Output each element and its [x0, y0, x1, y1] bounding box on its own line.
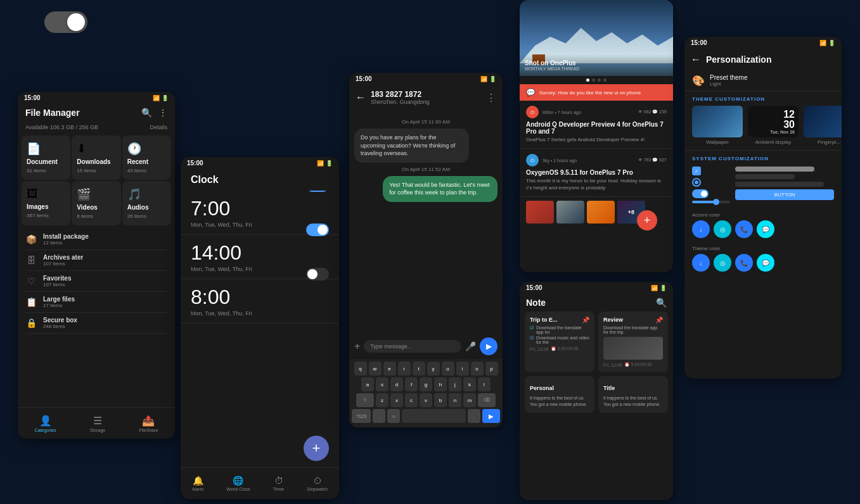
dot-1[interactable]: [586, 79, 589, 82]
grid-item-images[interactable]: 🖼 Images 367 items: [22, 181, 70, 225]
wallpaper-option[interactable]: Wallpaper: [692, 106, 743, 145]
nav-storage[interactable]: ☰ Storage: [90, 415, 106, 432]
key-comma[interactable]: ,: [373, 409, 385, 423]
dot-2[interactable]: [592, 79, 595, 82]
key-h[interactable]: h: [434, 377, 447, 391]
alarm-toggle-3[interactable]: [306, 268, 329, 280]
key-t[interactable]: t: [413, 362, 425, 375]
key-j[interactable]: j: [449, 377, 461, 391]
grid-item-document[interactable]: 📄 Document 31 items: [22, 135, 70, 180]
grid-item-audios[interactable]: 🎵 Audios 26 items: [122, 181, 171, 225]
key-a[interactable]: a: [361, 377, 374, 391]
nav-worldclock[interactable]: 🌐 World Clock: [226, 476, 250, 491]
accent-color-teal[interactable]: 💬: [757, 220, 774, 238]
nav-categories[interactable]: 👤 Categories: [35, 415, 56, 432]
forum-post-2[interactable]: O 3ky • 1 hours ago 👁 763 💬 927 OxygenOS…: [520, 149, 673, 197]
accent-color-blue[interactable]: ↓: [692, 220, 710, 238]
key-w[interactable]: w: [369, 362, 382, 375]
list-item-archives[interactable]: 🗄 Archives ater 107 items: [25, 250, 167, 271]
key-c[interactable]: c: [405, 393, 418, 407]
nav-stopwatch[interactable]: ⏲ Stopwatch: [307, 476, 328, 491]
theme-color-3[interactable]: 📞: [735, 254, 753, 272]
nav-timer[interactable]: ⏱ Timer: [273, 476, 285, 491]
key-backspace[interactable]: ⌫: [478, 393, 496, 407]
keyboard[interactable]: q w e r t y u i o p a s d f g h j k l: [349, 359, 503, 427]
key-shift[interactable]: ⇧: [356, 393, 374, 407]
key-d[interactable]: d: [390, 377, 403, 391]
key-numbers[interactable]: ?123: [352, 409, 371, 423]
accent-color-cyan[interactable]: ◎: [714, 220, 731, 238]
notes-search-icon[interactable]: 🔍: [656, 298, 667, 308]
send-button[interactable]: ▶: [480, 337, 497, 355]
grid-item-downloads[interactable]: ⬇ Downloads 15 items: [72, 135, 120, 180]
radio-icon[interactable]: [692, 178, 701, 187]
key-o[interactable]: o: [471, 362, 484, 375]
forum-fab[interactable]: +: [637, 210, 657, 230]
key-m[interactable]: m: [463, 393, 476, 407]
list-item-largefiles[interactable]: 📋 Large files 17 items: [25, 292, 167, 313]
alarm-item-3[interactable]: 8:00 Mon, Tue, Wed, Thu, Fri: [181, 279, 339, 324]
key-u[interactable]: u: [442, 362, 454, 375]
key-n[interactable]: n: [449, 393, 461, 407]
survey-bar[interactable]: 💬 Survey: How do you like the new ui on …: [520, 84, 673, 101]
list-item-favorites[interactable]: ♡ Favorites 107 items: [25, 271, 167, 292]
key-p[interactable]: p: [485, 362, 498, 375]
theme-color-1[interactable]: ↓: [692, 254, 710, 272]
pers-back-button[interactable]: ←: [691, 54, 701, 65]
slider-control[interactable]: [692, 201, 730, 203]
search-icon[interactable]: 🔍: [141, 108, 152, 118]
key-period[interactable]: .: [468, 409, 480, 423]
key-v[interactable]: v: [420, 393, 432, 407]
grid-item-recent[interactable]: 🕐 Recent 43 items: [122, 135, 171, 180]
thumb-3[interactable]: [587, 201, 615, 224]
forum-post-1[interactable]: O 800m • 7 hours ago 👁 662 💬 239 Android…: [520, 101, 673, 149]
dot-4[interactable]: [603, 79, 606, 82]
list-item-securebox[interactable]: 🔒 Secure box 248 items: [25, 313, 167, 334]
alarm-toggle-2[interactable]: [306, 224, 329, 236]
dark-mode-toggle[interactable]: [44, 11, 87, 33]
note-card-personal[interactable]: Personal It happens to the best of us. Y…: [525, 376, 594, 413]
add-alarm-fab[interactable]: +: [304, 436, 329, 461]
note-card-title-item[interactable]: Title It happens to the best of us. You …: [598, 376, 668, 413]
grid-item-videos[interactable]: 🎬 Videos 8 items: [72, 181, 120, 225]
checkbox-icon[interactable]: ✓: [692, 167, 701, 175]
note-card-trip[interactable]: Trip to E... 📌 ☑ Download the translate …: [525, 312, 594, 372]
thumb-2[interactable]: [556, 201, 584, 224]
toolbar-icons[interactable]: 🔍 ⋮: [141, 108, 167, 118]
ambient-option[interactable]: 12 30 Tue, Nov 28 Ambient display: [748, 106, 799, 145]
back-button[interactable]: ←: [356, 92, 366, 103]
key-b[interactable]: b: [434, 393, 447, 407]
key-g[interactable]: g: [420, 377, 432, 391]
key-s[interactable]: s: [376, 377, 388, 391]
key-i[interactable]: i: [456, 362, 469, 375]
theme-color-2[interactable]: ◎: [714, 254, 731, 272]
dot-3[interactable]: [598, 79, 601, 82]
key-emoji[interactable]: ☺: [387, 409, 400, 423]
key-z[interactable]: z: [376, 393, 388, 407]
preset-theme-row[interactable]: 🎨 Preset theme Light: [684, 70, 842, 91]
kb-send-button[interactable]: ▶: [482, 409, 500, 423]
details-link[interactable]: Details: [150, 124, 167, 130]
key-y[interactable]: y: [427, 362, 440, 375]
key-q[interactable]: q: [354, 362, 367, 375]
fingerprint-option[interactable]: Fingerpr...: [804, 106, 842, 145]
more-icon[interactable]: ⋮: [158, 108, 167, 118]
note-card-review[interactable]: Review 📌 Download the translate app for …: [598, 312, 668, 372]
key-f[interactable]: f: [405, 377, 418, 391]
key-r[interactable]: r: [398, 362, 411, 375]
theme-color-4[interactable]: 💬: [757, 254, 774, 272]
thumb-1[interactable]: [526, 201, 554, 224]
key-l[interactable]: l: [478, 377, 491, 391]
nav-alarm[interactable]: 🔔 Alarm: [192, 476, 203, 491]
toggle-sm-icon[interactable]: [692, 189, 709, 198]
nav-fileshare[interactable]: 📤 FileShare: [139, 415, 158, 432]
alarm-toggle-1[interactable]: [306, 191, 329, 192]
key-space[interactable]: [402, 409, 466, 423]
accent-color-blue-2[interactable]: 📞: [735, 220, 753, 238]
list-item-install[interactable]: 📦 Install package 12 items: [25, 229, 167, 250]
more-button[interactable]: ⋮: [486, 92, 496, 104]
message-input-field[interactable]: Type message...: [364, 340, 461, 353]
attach-button[interactable]: +: [354, 341, 360, 352]
key-e[interactable]: e: [383, 362, 396, 375]
key-k[interactable]: k: [463, 377, 476, 391]
